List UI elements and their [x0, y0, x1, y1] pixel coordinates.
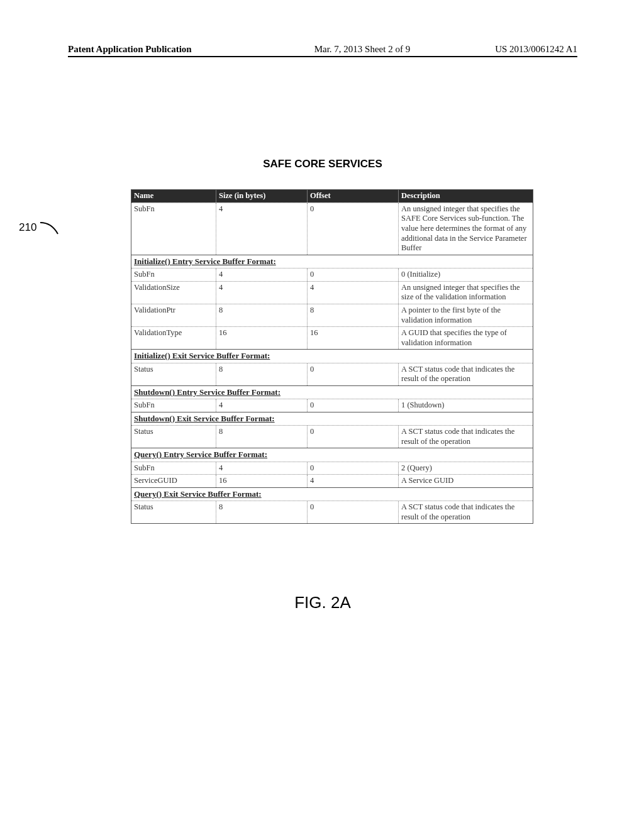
cell-description: 1 (Shutdown) — [399, 399, 533, 412]
cell-offset: 0 — [308, 426, 399, 448]
figure-reference-number: 210 — [19, 221, 36, 234]
table-row: Status80A SCT status code that indicates… — [131, 501, 533, 523]
table-section-header: Shutdown() Exit Service Buffer Format: — [131, 412, 533, 425]
table-section-header: Initialize() Exit Service Buffer Format: — [131, 349, 533, 362]
table-section-header: Query() Entry Service Buffer Format: — [131, 448, 533, 461]
cell-size: 4 — [216, 282, 308, 304]
table-row: SubFn401 (Shutdown) — [131, 399, 533, 412]
table-row: SubFn40An unsigned integer that specifie… — [131, 202, 533, 255]
table-row: ValidationSize44An unsigned integer that… — [131, 281, 533, 304]
page-header: Patent Application Publication Mar. 7, 2… — [68, 44, 577, 57]
cell-description: A SCT status code that indicates the res… — [399, 426, 533, 448]
cell-description: 2 (Query) — [399, 462, 533, 475]
cell-offset: 16 — [308, 327, 399, 349]
page-content: Patent Application Publication Mar. 7, 2… — [68, 44, 577, 612]
table-row: SubFn400 (Initialize) — [131, 268, 533, 281]
cell-description: A pointer to the first byte of the valid… — [399, 304, 533, 326]
cell-offset: 4 — [308, 282, 399, 304]
table-section-header: Query() Exit Service Buffer Format: — [131, 487, 533, 501]
cell-description: A SCT status code that indicates the res… — [399, 363, 533, 385]
table-row: Status80A SCT status code that indicates… — [131, 363, 533, 385]
cell-name: SubFn — [131, 203, 216, 255]
cell-size: 4 — [216, 268, 308, 281]
table-body: SubFn40An unsigned integer that specifie… — [131, 202, 533, 524]
cell-name: ValidationSize — [131, 282, 216, 304]
table-row: ValidationType1616A GUID that specifies … — [131, 326, 533, 349]
cell-name: SubFn — [131, 399, 216, 412]
cell-name: ValidationType — [131, 327, 216, 349]
cell-size: 4 — [216, 399, 308, 412]
table-row: ValidationPtr88A pointer to the first by… — [131, 304, 533, 326]
cell-size: 8 — [216, 363, 308, 385]
table-row: SubFn402 (Query) — [131, 462, 533, 475]
cell-description: A SCT status code that indicates the res… — [399, 501, 533, 523]
cell-size: 4 — [216, 203, 308, 255]
cell-name: SubFn — [131, 462, 216, 475]
figure-title: SAFE CORE SERVICES — [68, 158, 577, 170]
services-table: Name Size (in bytes) Offset Description … — [131, 189, 533, 524]
cell-description: An unsigned integer that specifies the S… — [399, 203, 533, 255]
cell-size: 4 — [216, 462, 308, 475]
cell-offset: 0 — [308, 203, 399, 255]
cell-name: SubFn — [131, 268, 216, 281]
cell-name: Status — [131, 501, 216, 523]
cell-name: ServiceGUID — [131, 475, 216, 487]
cell-size: 8 — [216, 501, 308, 523]
col-offset: Offset — [308, 190, 399, 202]
cell-description: A Service GUID — [399, 475, 533, 487]
cell-description: 0 (Initialize) — [399, 268, 533, 281]
table-row: Status80A SCT status code that indicates… — [131, 425, 533, 448]
header-date-sheet: Mar. 7, 2013 Sheet 2 of 9 — [192, 44, 495, 55]
cell-offset: 8 — [308, 304, 399, 326]
cell-offset: 0 — [308, 268, 399, 281]
cell-size: 8 — [216, 426, 308, 448]
table-section-header: Initialize() Entry Service Buffer Format… — [131, 255, 533, 268]
cell-description: An unsigned integer that specifies the s… — [399, 282, 533, 304]
col-size: Size (in bytes) — [216, 190, 308, 202]
table-header-row: Name Size (in bytes) Offset Description — [131, 190, 533, 202]
cell-size: 8 — [216, 304, 308, 326]
header-publication-type: Patent Application Publication — [68, 44, 192, 55]
cell-offset: 0 — [308, 462, 399, 475]
figure-label: FIG. 2A — [68, 593, 577, 612]
cell-name: Status — [131, 363, 216, 385]
cell-size: 16 — [216, 327, 308, 349]
cell-offset: 0 — [308, 399, 399, 412]
cell-name: ValidationPtr — [131, 304, 216, 326]
cell-offset: 0 — [308, 501, 399, 523]
table-row: ServiceGUID164A Service GUID — [131, 474, 533, 487]
cell-size: 16 — [216, 475, 308, 487]
col-name: Name — [131, 190, 216, 202]
table-section-header: Shutdown() Entry Service Buffer Format: — [131, 385, 533, 399]
cell-offset: 4 — [308, 475, 399, 487]
col-description: Description — [399, 190, 533, 202]
reference-leader-arc — [39, 220, 62, 239]
cell-offset: 0 — [308, 363, 399, 385]
header-pub-number: US 2013/0061242 A1 — [495, 44, 577, 55]
cell-name: Status — [131, 426, 216, 448]
cell-description: A GUID that specifies the type of valida… — [399, 327, 533, 349]
